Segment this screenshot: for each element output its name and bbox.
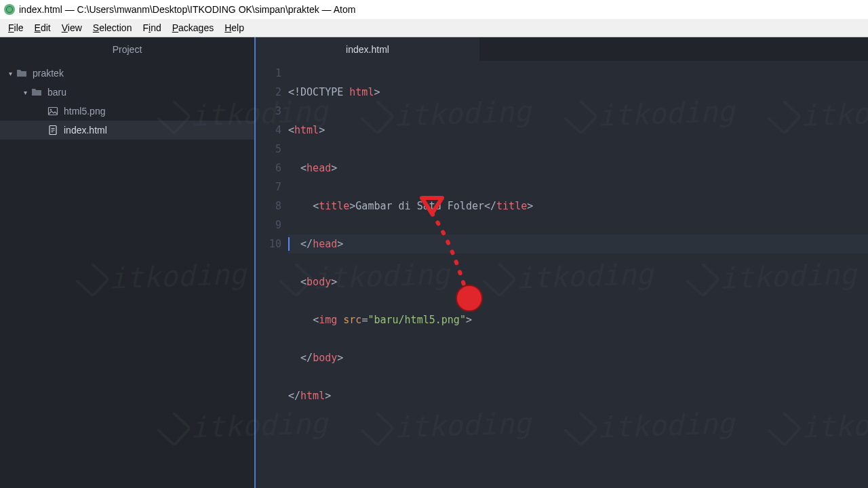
code-file-icon — [47, 125, 58, 136]
active-line-highlight — [288, 235, 868, 253]
menu-help[interactable]: Help — [219, 20, 250, 35]
menu-find[interactable]: Find — [137, 20, 166, 35]
tree-file-index-html[interactable]: index.html — [0, 121, 254, 140]
code-content[interactable]: <!DOCTYPE html> <html> <head> <title>Gam… — [288, 61, 868, 488]
sidebar-title: Project — [0, 37, 254, 61]
tree-label: praktek — [33, 68, 64, 79]
svg-rect-0 — [49, 108, 58, 115]
folder-icon — [16, 68, 27, 79]
menu-packages[interactable]: Packages — [167, 20, 220, 35]
tab-label: index.html — [346, 44, 389, 55]
chevron-down-icon: ▾ — [20, 89, 30, 96]
tab-index-html[interactable]: index.html — [256, 37, 479, 61]
project-sidebar: Project ▾ praktek ▾ baru — [0, 37, 254, 488]
code-editor[interactable]: 1 2 3 4 5 6 7 8 9 10 <!DOCTYPE html> <ht… — [256, 61, 868, 488]
folder-icon — [31, 87, 42, 98]
image-file-icon — [47, 106, 58, 117]
tree-label: html5.png — [64, 106, 105, 117]
chevron-down-icon: ▾ — [5, 70, 15, 77]
tree-folder-baru[interactable]: ▾ baru — [0, 83, 254, 102]
menu-selection[interactable]: Selection — [87, 20, 138, 35]
menu-file[interactable]: File — [3, 20, 29, 35]
tree-folder-praktek[interactable]: ▾ praktek — [0, 64, 254, 83]
svg-point-1 — [50, 109, 52, 110]
menu-bar: File Edit View Selection Find Packages H… — [0, 19, 868, 37]
file-tree: ▾ praktek ▾ baru html5.png — [0, 61, 254, 142]
title-bar: index.html — C:\Users\mwanm\Desktop\ITKO… — [0, 0, 868, 19]
atom-logo-icon — [4, 4, 15, 15]
line-number-gutter: 1 2 3 4 5 6 7 8 9 10 — [256, 61, 288, 488]
window-title: index.html — C:\Users\mwanm\Desktop\ITKO… — [19, 4, 355, 15]
text-cursor — [288, 237, 290, 251]
tree-label: baru — [47, 87, 66, 98]
tree-file-html5-png[interactable]: html5.png — [0, 102, 254, 121]
tab-bar: index.html — [256, 37, 868, 61]
menu-edit[interactable]: Edit — [29, 20, 56, 35]
tree-label: index.html — [64, 125, 107, 136]
menu-view[interactable]: View — [56, 20, 87, 35]
editor-pane: index.html 1 2 3 4 5 6 7 8 9 10 <!DOCTYP… — [254, 37, 868, 488]
